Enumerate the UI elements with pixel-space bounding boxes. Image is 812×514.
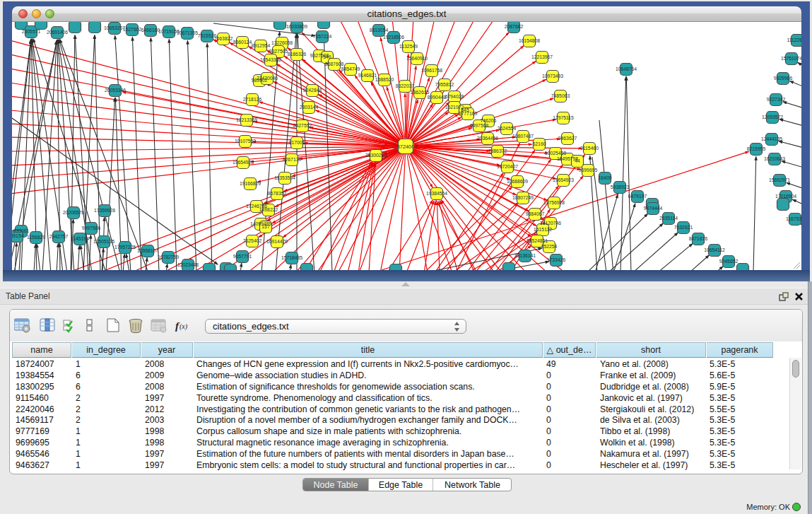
svg-text:25300293: 25300293	[365, 153, 387, 158]
svg-text:12213369: 12213369	[236, 117, 257, 122]
svg-text:1145194: 1145194	[71, 236, 89, 241]
svg-text:9699695: 9699695	[579, 168, 598, 173]
svg-text:10107552: 10107552	[235, 139, 256, 144]
svg-text:2718126: 2718126	[243, 97, 262, 102]
svg-text:62160: 62160	[533, 141, 546, 146]
svg-text:26053346: 26053346	[105, 88, 126, 93]
svg-text:20206576: 20206576	[63, 210, 84, 215]
svg-text:19218506: 19218506	[383, 35, 404, 40]
svg-text:19756928: 19756928	[543, 200, 565, 205]
svg-text:1498222: 1498222	[259, 207, 278, 212]
svg-text:9884067: 9884067	[526, 211, 545, 216]
svg-text:2687608: 2687608	[325, 62, 344, 66]
svg-text:2942757: 2942757	[49, 234, 69, 239]
svg-text:8912954: 8912954	[252, 43, 271, 48]
svg-text:10671355: 10671355	[177, 30, 198, 35]
svg-text:15751074: 15751074	[781, 56, 801, 61]
svg-text:16136141: 16136141	[514, 253, 536, 258]
svg-text:2803144: 2803144	[300, 105, 319, 110]
svg-text:817001: 817001	[289, 140, 305, 145]
svg-text:18724007: 18724007	[394, 144, 418, 150]
svg-text:9777169: 9777169	[459, 111, 478, 116]
svg-text:16782759: 16782759	[158, 255, 179, 259]
svg-text:7663822: 7663822	[214, 36, 233, 41]
svg-text:17957225: 17957225	[114, 245, 136, 250]
svg-text:15720407: 15720407	[497, 164, 518, 169]
svg-text:17975115: 17975115	[553, 115, 574, 120]
svg-text:8660124: 8660124	[233, 40, 252, 45]
svg-text:(x): (x)	[180, 322, 188, 331]
svg-text:23420046: 23420046	[257, 76, 278, 81]
svg-text:1527602: 1527602	[123, 27, 142, 32]
svg-text:16409: 16409	[599, 175, 612, 180]
svg-text:8267130: 8267130	[283, 157, 302, 162]
svg-text:16543362: 16543362	[260, 57, 281, 62]
svg-text:12023448: 12023448	[177, 262, 199, 267]
svg-text:8990448: 8990448	[428, 95, 447, 100]
svg-text:9997586: 9997586	[82, 226, 101, 230]
svg-text:1615112: 1615112	[534, 227, 552, 232]
svg-text:13226058: 13226058	[271, 40, 293, 45]
svg-text:8471676: 8471676	[689, 236, 708, 241]
svg-text:3624554: 3624554	[498, 126, 517, 131]
svg-text:16210643: 16210643	[764, 156, 785, 161]
svg-text:10653267: 10653267	[104, 25, 125, 30]
svg-text:7886372: 7886372	[488, 148, 507, 153]
svg-text:746206: 746206	[481, 118, 497, 123]
svg-text:10807487: 10807487	[512, 134, 534, 139]
svg-text:11122874: 11122874	[787, 37, 801, 42]
svg-text:17359928: 17359928	[94, 208, 115, 213]
svg-text:17016504: 17016504	[775, 194, 796, 199]
svg-text:7485063: 7485063	[551, 93, 570, 98]
svg-text:12093572: 12093572	[762, 115, 783, 119]
svg-text:546: 546	[323, 54, 331, 59]
svg-text:18807249: 18807249	[512, 195, 534, 200]
svg-text:7625402: 7625402	[243, 238, 262, 243]
svg-text:12444135: 12444135	[761, 136, 782, 141]
svg-text:9242848: 9242848	[303, 88, 322, 93]
svg-text:44: 44	[575, 158, 580, 163]
svg-text:9329966: 9329966	[774, 76, 793, 81]
svg-text:19166829: 19166829	[240, 181, 261, 186]
svg-text:9115460: 9115460	[580, 146, 599, 151]
svg-text:20691406: 20691406	[47, 30, 68, 35]
svg-text:10973493: 10973493	[542, 74, 563, 78]
svg-text:18524851: 18524851	[526, 238, 548, 243]
svg-text:15718485: 15718485	[281, 255, 302, 260]
svg-text:19654925: 19654925	[233, 160, 254, 165]
svg-text:1733426: 1733426	[547, 257, 566, 262]
svg-text:835061: 835061	[13, 228, 30, 233]
svg-text:6466160: 6466160	[141, 28, 160, 33]
svg-text:12213967: 12213967	[531, 54, 553, 59]
svg-text:15640910: 15640910	[406, 56, 428, 61]
svg-text:10961758: 10961758	[421, 68, 442, 73]
svg-text:8427552: 8427552	[293, 123, 312, 128]
svg-text:2935114: 2935114	[659, 216, 678, 221]
svg-text:20364456: 20364456	[477, 136, 498, 141]
svg-text:9463627: 9463627	[558, 136, 577, 141]
svg-text:15692971: 15692971	[769, 177, 790, 182]
svg-text:6479197: 6479197	[628, 194, 647, 199]
svg-text:8322037: 8322037	[396, 83, 415, 88]
svg-text:6497568: 6497568	[470, 123, 489, 128]
svg-text:157: 157	[261, 224, 270, 229]
svg-text:9657791: 9657791	[233, 254, 252, 259]
svg-text:8813054: 8813054	[370, 28, 389, 33]
svg-text:7357224: 7357224	[313, 34, 332, 39]
svg-text:1362615: 1362615	[411, 90, 430, 95]
svg-text:1167533: 1167533	[786, 216, 801, 221]
svg-text:7955812: 7955812	[435, 82, 454, 87]
svg-text:16914479: 16914479	[266, 239, 288, 244]
svg-text:8454749: 8454749	[341, 66, 360, 71]
svg-text:5938923: 5938923	[611, 185, 630, 189]
svg-text:10958107: 10958107	[137, 248, 158, 253]
svg-text:9146821: 9146821	[358, 73, 377, 78]
svg-text:9327505: 9327505	[269, 49, 288, 54]
svg-text:6794028: 6794028	[445, 94, 464, 99]
svg-text:10648764: 10648764	[616, 66, 637, 71]
svg-text:1132549: 1132549	[399, 44, 418, 49]
svg-text:39154: 39154	[12, 233, 24, 238]
svg-text:2087682: 2087682	[505, 24, 524, 29]
svg-text:19654923: 19654923	[553, 177, 574, 182]
svg-text:1156829: 1156829	[27, 235, 45, 240]
